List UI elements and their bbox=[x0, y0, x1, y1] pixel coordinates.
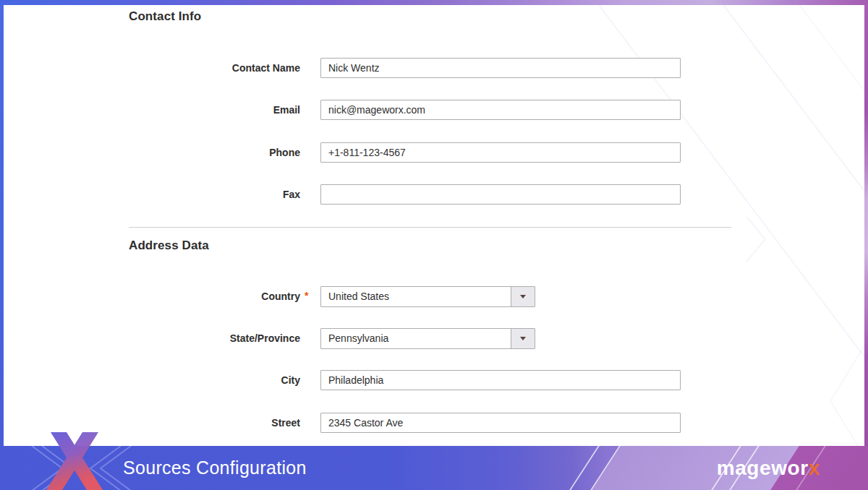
chevron-down-icon bbox=[520, 337, 526, 340]
fax-label: Fax bbox=[129, 184, 300, 205]
contact-name-input[interactable] bbox=[320, 58, 681, 78]
state-province-row: State/Province Pennsylvania bbox=[0, 328, 868, 349]
state-province-label: State/Province bbox=[129, 328, 300, 348]
country-row: Country * United States bbox=[0, 286, 868, 307]
section-divider bbox=[129, 227, 731, 228]
country-label: Country bbox=[129, 286, 300, 306]
chevron-down-icon bbox=[520, 295, 526, 298]
city-label: City bbox=[129, 370, 300, 390]
source-edit-form: Contact Info Contact Name Email Phone Fa… bbox=[0, 0, 868, 446]
phone-label: Phone bbox=[129, 142, 300, 163]
phone-row: Phone bbox=[0, 142, 868, 163]
required-asterisk: * bbox=[305, 286, 308, 305]
street-row: Street bbox=[0, 413, 868, 434]
city-input[interactable] bbox=[320, 370, 681, 390]
city-row: City bbox=[0, 370, 868, 391]
mageworx-logo: mageworx bbox=[717, 446, 820, 490]
footer-banner: Sources Configuration mageworx bbox=[0, 446, 868, 490]
sources-configuration-slide: Contact Info Contact Name Email Phone Fa… bbox=[0, 0, 868, 490]
country-select[interactable]: United States bbox=[320, 286, 535, 307]
slide-title: Sources Configuration bbox=[123, 446, 307, 490]
phone-input[interactable] bbox=[320, 142, 681, 163]
frame-top-border bbox=[0, 0, 868, 5]
street-input[interactable] bbox=[320, 413, 681, 433]
country-select-button[interactable] bbox=[511, 287, 535, 306]
section-title-address-data: Address Data bbox=[129, 238, 209, 253]
state-province-select[interactable]: Pennsylvania bbox=[320, 328, 535, 349]
brand-text: magewor bbox=[717, 457, 809, 479]
contact-name-row: Contact Name bbox=[0, 58, 868, 79]
frame-right-border bbox=[864, 5, 868, 446]
brand-accent-x: x bbox=[809, 457, 820, 479]
email-label: Email bbox=[129, 100, 300, 120]
state-province-select-value: Pennsylvania bbox=[321, 329, 511, 348]
street-label: Street bbox=[129, 413, 300, 433]
country-select-value: United States bbox=[321, 287, 511, 306]
state-province-select-button[interactable] bbox=[511, 329, 535, 348]
contact-name-label: Contact Name bbox=[129, 58, 300, 78]
section-title-contact-info: Contact Info bbox=[129, 9, 201, 24]
mageworx-x-logo bbox=[46, 432, 103, 490]
fax-input[interactable] bbox=[320, 184, 681, 205]
email-row: Email bbox=[0, 100, 868, 121]
frame-left-border bbox=[0, 5, 4, 446]
fax-row: Fax bbox=[0, 184, 868, 205]
email-input[interactable] bbox=[320, 100, 681, 120]
